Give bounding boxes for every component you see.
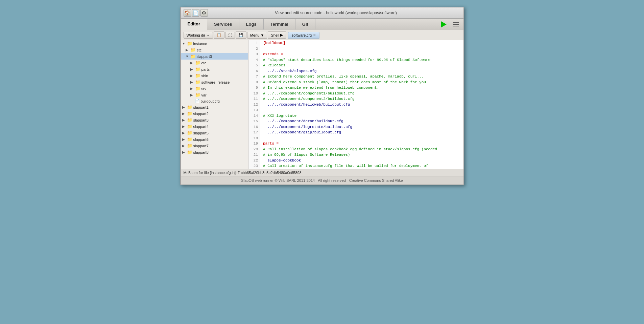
line-content[interactable] (260, 107, 463, 113)
run-button[interactable] (438, 19, 449, 30)
tree-arrow-slappart7: ▶ (182, 144, 187, 148)
menu-label: Menu (250, 33, 260, 37)
tree-item-slappart4[interactable]: ▶ 📁 slappart4 (181, 123, 248, 130)
line-number: 24 (248, 169, 260, 169)
line-content[interactable]: ../../component/helloweb/buildout.cfg (260, 102, 463, 108)
line-content[interactable]: # ../../component/component2/buildout.cf… (260, 96, 463, 102)
tree-item-slappart6[interactable]: ▶ 📁 slappart6 (181, 136, 248, 143)
tree-item-slappart8[interactable]: ▶ 📁 slappart8 (181, 149, 248, 155)
tree-label-slappart2: slappart2 (193, 112, 209, 116)
close-tab-icon[interactable]: ✕ (313, 33, 316, 37)
line-number: 13 (248, 107, 260, 113)
tree-item-slappart0-parts[interactable]: ▶ 📁 parts (181, 66, 248, 72)
tree-label-instance: instance (193, 42, 207, 46)
tree-label-slappart0: slappart0 (197, 55, 212, 59)
tree-item-buildout-cfg[interactable]: ▶ 📄 buildout.cfg (181, 98, 248, 104)
line-content[interactable]: [buildout] (260, 40, 463, 46)
tab-bar: software.cfg ✕ (288, 32, 461, 39)
line-content[interactable]: ../../component/logrotate/buildout.cfg (260, 124, 463, 130)
tree-item-slappart5[interactable]: ▶ 📁 slappart5 (181, 130, 248, 136)
menu-button[interactable]: Menu ▼ (247, 32, 267, 39)
shell-label: Shell (271, 33, 279, 37)
working-dir-button[interactable]: Working dir → (184, 32, 213, 39)
line-content[interactable]: # Or/and extend a stack (lamp, tomcat) t… (260, 80, 463, 85)
tree-item-slappart0-etc[interactable]: ▶ 📁 etc (181, 60, 248, 66)
nav-tab-editor[interactable]: Editor (181, 19, 208, 30)
tree-label-slappart1: slappart1 (193, 105, 209, 109)
nav-tab-logs[interactable]: Logs (239, 19, 264, 29)
line-content[interactable]: extends = (260, 51, 463, 57)
tree-label-slappart6: slappart6 (193, 137, 209, 142)
code-line: 9# In this example we extend from hellow… (248, 85, 463, 91)
folder-icon: 📁 (187, 143, 192, 148)
tree-item-slappart2[interactable]: ▶ 📁 slappart2 (181, 110, 248, 117)
tree-item-slappart0-sbin[interactable]: ▶ 📁 sbin (181, 72, 248, 79)
line-content[interactable]: # Call installation of slapos.cookbook e… (260, 147, 463, 152)
line-content[interactable]: # In this example we extend from hellowe… (260, 85, 463, 91)
tree-label-slappart0-etc: etc (201, 61, 207, 65)
nav-tab-git[interactable]: Git (295, 19, 315, 29)
line-content[interactable]: ../../component/gzip/buildout.cfg (260, 130, 463, 135)
tree-item-var[interactable]: ▶ 📁 var (181, 92, 248, 98)
settings-icon[interactable]: ⚙ (200, 9, 208, 17)
nav-tab-services[interactable]: Services (207, 19, 239, 29)
line-content[interactable]: ../../stack/slapos.cfg (260, 68, 463, 74)
code-line: 12 ../../component/helloweb/buildout.cfg (248, 102, 463, 108)
status-bar: Md5sum for file [instance.cfg.in]: f1cbb… (181, 169, 463, 176)
shell-button[interactable]: Shell ▶ (268, 31, 286, 39)
tree-item-slappart3[interactable]: ▶ 📁 slappart3 (181, 117, 248, 123)
expand-button[interactable]: ⛶ (225, 32, 235, 39)
line-number: 2 (248, 46, 260, 52)
footer: SlapOS web runner © Vilib SARL 2011-2014… (181, 176, 463, 185)
line-number: 16 (248, 124, 260, 130)
home-icon[interactable]: 🏠 (184, 9, 191, 17)
tree-item-slappart1[interactable]: ▶ 📁 slappart1 (181, 104, 248, 110)
tree-arrow-slappart6: ▶ (182, 137, 187, 141)
code-line: 15 ../../component/dcron/buildout.cfg (248, 118, 463, 124)
tree-arrow-slappart4: ▶ (182, 125, 187, 128)
tree-item-software-release[interactable]: ▶ 📁 software_release (181, 79, 248, 85)
line-content[interactable]: # in 99,9% of Slapos Software Releases) (260, 152, 463, 158)
code-editor[interactable]: 1[buildout]23extends =4# "slapos" stack … (248, 40, 463, 169)
line-content[interactable]: # Releases (260, 63, 463, 68)
line-content[interactable] (260, 135, 463, 141)
line-content[interactable]: # Call creation of instance.cfg file tha… (260, 163, 463, 169)
code-line: 19parts = (248, 141, 463, 147)
tree-item-srv[interactable]: ▶ 📁 srv (181, 85, 248, 92)
copy-button[interactable]: 📋 (214, 31, 224, 39)
nav-tab-terminal[interactable]: Terminal (264, 19, 295, 29)
file-tab-label: software.cfg (292, 33, 312, 37)
tree-arrow-var: ▶ (190, 93, 195, 97)
tree-item-slappart0[interactable]: ▼ 📁 slappart0 (181, 53, 248, 60)
line-content[interactable] (260, 46, 463, 52)
file-icon: 📄 (195, 99, 200, 103)
code-line: 1[buildout] (248, 40, 463, 46)
line-content[interactable]: # Extend here component profiles, like o… (260, 74, 463, 80)
code-line: 16 ../../component/logrotate/buildout.cf… (248, 124, 463, 130)
line-content[interactable]: # ../../component/component1/buildout.cf… (260, 91, 463, 96)
bookmark-icon[interactable]: 📄 (192, 9, 199, 17)
hamburger-menu-button[interactable] (451, 19, 461, 30)
tree-item-instance[interactable]: ▼ 📁 instance (181, 40, 248, 47)
code-line: 4# "slapos" stack describes basic things… (248, 57, 463, 63)
folder-icon: 📁 (187, 105, 192, 110)
status-text: Md5sum for file [instance.cfg.in]: f1cbb… (184, 171, 302, 175)
file-tab-software-cfg[interactable]: software.cfg ✕ (288, 32, 319, 39)
line-content[interactable]: # XXX logrotate (260, 113, 463, 119)
tree-label-slappart4: slappart4 (193, 125, 209, 129)
tree-item-etc[interactable]: ▶ 📁 etc (181, 47, 248, 53)
line-content[interactable]: ../../component/dcron/buildout.cfg (260, 118, 463, 124)
line-content[interactable]: slapos-cookbook (260, 158, 463, 164)
save-button[interactable]: 💾 (236, 31, 246, 39)
line-number: 20 (248, 147, 260, 152)
tree-item-slappart7[interactable]: ▶ 📁 slappart7 (181, 143, 248, 149)
tree-arrow-slappart2: ▶ (182, 112, 187, 115)
toolbar: Working dir → 📋 ⛶ 💾 Menu ▼ Shell ▶ softw… (181, 30, 463, 40)
line-content[interactable]: # "slapos" stack describes basic things … (260, 57, 463, 63)
tree-label-slappart8: slappart8 (193, 150, 209, 154)
code-line: 6 ../../stack/slapos.cfg (248, 68, 463, 74)
folder-icon: 📁 (195, 73, 200, 78)
file-tree[interactable]: ▼ 📁 instance ▶ 📁 etc ▼ 📁 slappart0 ▶ 📁 e… (181, 40, 248, 169)
line-content[interactable]: parts = (260, 141, 463, 147)
line-content[interactable]: # instance (260, 169, 463, 169)
